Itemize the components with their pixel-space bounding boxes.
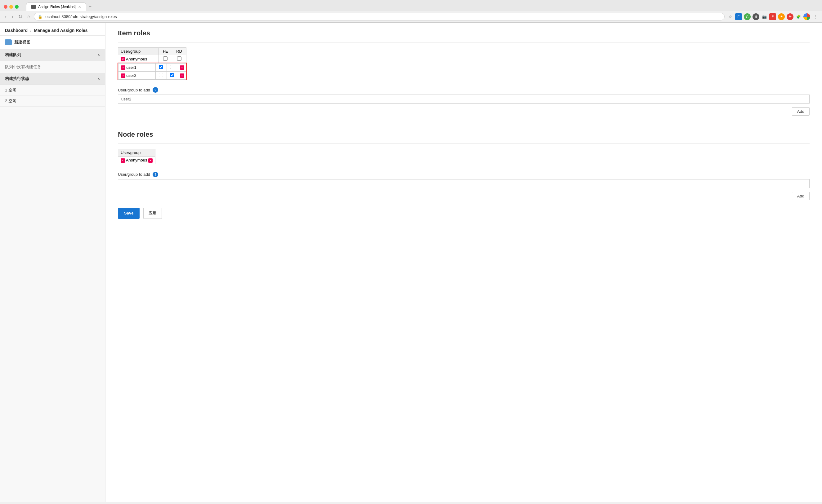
delete-user2-row-button[interactable]: ✕ [180,73,184,78]
table-row: ✕ Anonymous ✕ [118,157,155,164]
browser-chrome: Assign Roles [Jenkins] ✕ + ‹ › ↻ ⌂ 🔒 loc… [0,0,822,23]
ext3-icon[interactable]: ⊕ [753,13,759,20]
maximize-traffic-light[interactable] [15,5,19,9]
item-roles-add-label-row: User/group to add ? [118,87,810,93]
breadcrumb: Dashboard › Manage and Assign Roles [0,23,105,36]
close-traffic-light[interactable] [4,5,7,9]
table-row: ✕ user2 [118,72,186,80]
main-content: Item roles User/group FE RD ✕ Anonym [105,23,822,502]
save-button[interactable]: Save [118,208,139,219]
user1-label: user1 [126,65,136,70]
table-row: ✕ user1 [118,64,186,72]
camera-icon[interactable]: 📷 [761,14,767,20]
table-row: ✕ user1 [118,63,186,80]
new-view-label: 新建视图 [14,39,30,45]
anonymous-rd-checkbox[interactable] [177,56,181,61]
reload-button[interactable]: ↻ [17,13,24,20]
back-button[interactable]: ‹ [4,13,8,20]
item-roles-user2-fe [155,72,166,80]
tab-close-button[interactable]: ✕ [78,5,81,9]
url-text: localhost:8080/role-strategy/assign-role… [44,14,117,19]
executor-1: 1 空闲 [0,85,105,96]
item-roles-user2-del: ✕ [178,72,186,80]
user1-rd-checkbox[interactable] [170,65,174,69]
ext4-icon[interactable]: F [769,13,776,20]
delete-node-anonymous-left-button[interactable]: ✕ [121,158,125,163]
node-roles-section: Node roles User/group ✕ Anonymous ✕ [118,130,810,200]
item-roles-anonymous-fe [159,55,172,63]
tab-favicon [31,5,36,9]
item-roles-col-fe: FE [159,48,172,55]
node-roles-col-usergroup: User/group [118,149,155,157]
ext5-icon[interactable]: ★ [778,13,785,20]
build-executor-chevron: ∧ [97,77,100,81]
item-roles-user2-rd [166,72,178,80]
chrome-icon[interactable] [803,13,810,20]
ext2-icon[interactable]: G [744,13,751,20]
item-roles-table: User/group FE RD ✕ Anonymous [118,47,186,80]
tab-title: Assign Roles [Jenkins] [38,5,76,9]
delete-user1-row-button[interactable]: ✕ [180,65,184,70]
address-bar[interactable]: 🔒 localhost:8080/role-strategy/assign-ro… [34,13,725,20]
item-roles-divider [118,42,810,42]
breadcrumb-separator: › [30,28,31,33]
item-roles-title: Item roles [118,29,810,37]
node-roles-add-button[interactable]: Add [792,192,810,200]
node-roles-title: Node roles [118,130,810,139]
action-buttons: Save 应用 [118,208,810,219]
item-roles-col-rd: RD [172,48,186,55]
item-roles-add-label: User/group to add [118,88,150,92]
node-roles-add-button-row: Add [118,188,810,200]
item-roles-help-icon[interactable]: ? [152,87,158,93]
minimize-traffic-light[interactable] [9,5,13,9]
build-queue-section-header[interactable]: 构建队列 ∧ [0,49,105,61]
node-roles-add-section: User/group to add ? Add [118,172,810,200]
delete-anonymous-button[interactable]: ✕ [121,57,125,61]
ext7-icon[interactable]: 🧩 [795,14,802,20]
item-roles-add-button-row: Add [118,104,810,116]
item-roles-add-section: User/group to add ? Add [118,87,810,116]
node-anonymous-label: Anonymous [126,158,148,162]
new-tab-button[interactable]: + [86,3,94,11]
apply-button[interactable]: 应用 [143,208,162,219]
item-roles-anonymous-name: ✕ Anonymous [118,55,159,63]
build-queue-empty: 队列中没有构建任务 [0,61,105,73]
traffic-lights [4,5,19,9]
item-roles-user2-name: ✕ user2 [118,72,155,80]
anonymous-fe-checkbox[interactable] [163,56,167,61]
delete-user1-button[interactable]: ✕ [121,65,125,70]
delete-user2-button[interactable]: ✕ [121,73,125,78]
user1-fe-checkbox[interactable] [159,65,163,69]
anonymous-label: Anonymous [126,57,147,61]
ext6-icon[interactable]: ⛔ [787,13,793,20]
delete-node-anonymous-right-button[interactable]: ✕ [148,158,152,163]
bookmark-icon[interactable]: ☆ [727,14,733,20]
item-roles-user1-name: ✕ user1 [118,64,155,72]
forward-button[interactable]: › [10,13,14,20]
menu-icon[interactable]: ⋮ [812,14,818,20]
user2-fe-checkbox[interactable] [159,73,163,77]
active-tab[interactable]: Assign Roles [Jenkins] ✕ [26,2,86,11]
sidebar: Dashboard › Manage and Assign Roles 新建视图… [0,23,105,502]
node-roles-add-input[interactable] [118,179,810,188]
build-executor-title: 构建执行状态 [5,76,29,82]
home-button[interactable]: ⌂ [26,13,32,20]
node-roles-help-icon[interactable]: ? [152,172,158,177]
browser-actions: ☆ E G ⊕ 📷 F ★ ⛔ 🧩 ⋮ [727,13,818,20]
item-roles-user1-fe [155,64,166,72]
breadcrumb-home[interactable]: Dashboard [5,28,28,33]
ext1-icon[interactable]: E [735,13,742,20]
executor-2: 2 空闲 [0,96,105,107]
build-executor-section-header[interactable]: 构建执行状态 ∧ [0,73,105,85]
item-roles-add-input[interactable] [118,95,810,104]
build-queue-title: 构建队列 [5,52,21,58]
node-roles-add-label: User/group to add [118,172,150,177]
user2-rd-checkbox[interactable] [170,73,174,77]
build-queue-chevron: ∧ [97,53,100,57]
browser-toolbar: ‹ › ↻ ⌂ 🔒 localhost:8080/role-strategy/a… [0,11,822,23]
item-roles-user1-del: ✕ [178,64,186,72]
new-view-item[interactable]: 新建视图 [0,36,105,49]
item-roles-col-usergroup: User/group [118,48,159,55]
node-roles-anonymous-name: ✕ Anonymous ✕ [118,157,155,164]
item-roles-add-button[interactable]: Add [792,107,810,116]
